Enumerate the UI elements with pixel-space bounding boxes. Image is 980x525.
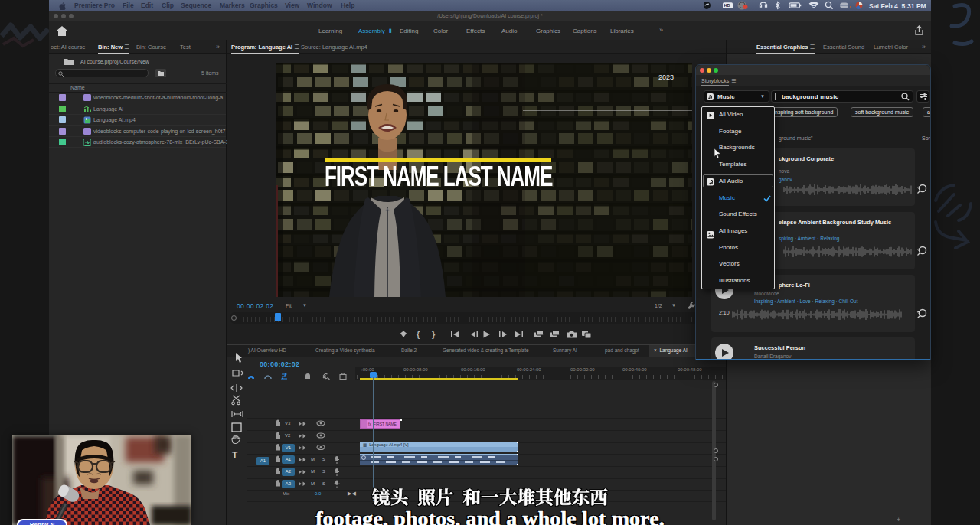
- svg-text:}: }: [432, 330, 436, 339]
- svg-text:{: {: [416, 330, 420, 339]
- svg-text:HD: HD: [724, 3, 730, 8]
- svg-text:T: T: [232, 450, 238, 458]
